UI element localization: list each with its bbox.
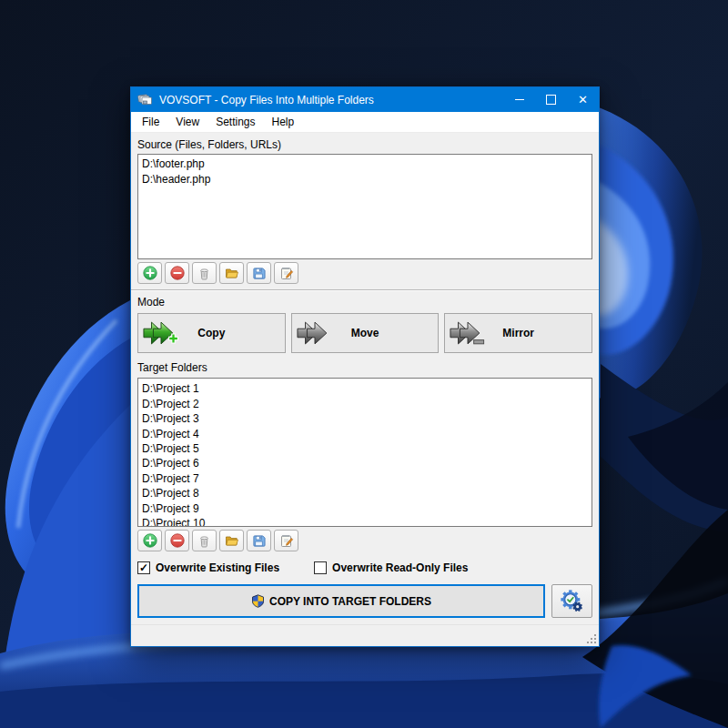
gear-clock-icon [560, 589, 584, 613]
minimize-icon [515, 99, 524, 100]
close-icon: ✕ [578, 94, 588, 106]
source-add-button[interactable] [137, 262, 162, 284]
menu-bar: File View Settings Help [131, 112, 599, 133]
target-folder-item[interactable]: D:\Project 6 [142, 456, 588, 470]
move-arrows-icon [297, 319, 333, 347]
close-button[interactable]: ✕ [567, 87, 599, 112]
mirror-arrows-icon [450, 319, 486, 347]
target-folder-item[interactable]: D:\Project 4 [142, 427, 588, 441]
status-bar [131, 624, 599, 646]
target-folder-item[interactable]: D:\Project 7 [142, 471, 588, 486]
source-line[interactable]: D:\footer.php [142, 157, 588, 172]
notepad-pencil-icon [279, 533, 294, 548]
minus-circle-icon [170, 266, 185, 280]
source-open-button[interactable] [219, 262, 244, 284]
mode-move-button[interactable]: Move [291, 313, 440, 353]
target-remove-button[interactable] [165, 530, 189, 551]
target-folder-item[interactable]: D:\Project 10 [142, 516, 588, 527]
minus-circle-icon [170, 533, 185, 548]
mode-mirror-label: Mirror [502, 327, 534, 339]
target-clear-button[interactable] [192, 530, 217, 551]
minimize-button[interactable] [503, 87, 535, 112]
mode-move-label: Move [351, 327, 379, 339]
target-folder-item[interactable]: D:\Project 8 [142, 486, 588, 500]
target-folder-item[interactable]: D:\Project 9 [142, 501, 588, 516]
maximize-icon [546, 95, 556, 105]
source-label: Source (Files, Folders, URLs) [137, 138, 592, 151]
checkmark-icon: ✓ [139, 562, 148, 573]
target-save-button[interactable] [247, 530, 271, 551]
mode-copy-label: Copy [197, 327, 225, 339]
target-add-button[interactable] [137, 530, 162, 551]
overwrite-existing-option[interactable]: ✓ Overwrite Existing Files [137, 561, 279, 574]
overwrite-readonly-option[interactable]: Overwrite Read-Only Files [314, 561, 468, 574]
mode-mirror-button[interactable]: Mirror [444, 313, 592, 353]
folder-open-icon [225, 533, 239, 548]
overwrite-existing-checkbox[interactable]: ✓ [137, 561, 150, 574]
overwrite-readonly-checkbox[interactable] [314, 561, 327, 574]
target-folder-item[interactable]: D:\Project 1 [142, 381, 588, 396]
resize-grip-icon[interactable] [585, 632, 597, 644]
trash-icon [197, 267, 211, 280]
target-folder-item[interactable]: D:\Project 2 [142, 397, 588, 411]
overwrite-readonly-label: Overwrite Read-Only Files [332, 561, 468, 574]
overwrite-existing-label: Overwrite Existing Files [156, 561, 279, 574]
copy-arrows-icon [143, 319, 179, 347]
copy-into-target-folders-button[interactable]: COPY INTO TARGET FOLDERS [137, 584, 545, 618]
notepad-pencil-icon [279, 266, 294, 280]
target-folders-label: Target Folders [137, 361, 592, 374]
target-folder-item[interactable]: D:\Project 3 [142, 411, 588, 426]
maximize-button[interactable] [535, 87, 567, 112]
target-folder-item[interactable]: D:\Project 5 [142, 441, 588, 456]
mode-label: Mode [137, 296, 592, 308]
folder-open-icon [225, 266, 239, 280]
app-copy-stack-icon [137, 93, 153, 106]
copy-into-target-folders-label: COPY INTO TARGET FOLDERS [269, 595, 431, 608]
source-line[interactable]: D:\header.php [142, 172, 588, 187]
title-bar[interactable]: VOVSOFT - Copy Files Into Multiple Folde… [131, 87, 599, 112]
client-area: Source (Files, Folders, URLs) D:\footer.… [131, 133, 599, 618]
trash-icon [197, 534, 211, 548]
source-list[interactable]: D:\footer.php D:\header.php [137, 154, 592, 259]
menu-settings[interactable]: Settings [207, 112, 263, 132]
app-window: VOVSOFT - Copy Files Into Multiple Folde… [130, 86, 600, 647]
menu-view[interactable]: View [167, 112, 207, 132]
uac-shield-icon [251, 594, 265, 608]
target-edit-button[interactable] [274, 530, 298, 551]
section-divider [131, 289, 599, 291]
menu-file[interactable]: File [134, 112, 167, 132]
mode-button-group: Copy Move M [137, 313, 592, 353]
source-save-button[interactable] [247, 262, 271, 284]
plus-circle-icon [143, 533, 157, 548]
target-open-button[interactable] [219, 530, 244, 551]
source-remove-button[interactable] [165, 262, 189, 284]
scheduler-settings-button[interactable] [551, 584, 592, 618]
target-toolbar [137, 530, 592, 551]
target-folders-list[interactable]: D:\Project 1 D:\Project 2 D:\Project 3 D… [137, 378, 592, 527]
plus-circle-icon [143, 266, 157, 280]
mode-copy-button[interactable]: Copy [137, 313, 286, 353]
window-title: VOVSOFT - Copy Files Into Multiple Folde… [159, 94, 374, 106]
source-toolbar [137, 262, 592, 284]
source-clear-button[interactable] [192, 262, 217, 284]
floppy-disk-icon [252, 534, 266, 548]
menu-help[interactable]: Help [264, 112, 303, 132]
action-row: COPY INTO TARGET FOLDERS [137, 584, 592, 618]
source-edit-button[interactable] [274, 262, 298, 284]
options-row: ✓ Overwrite Existing Files Overwrite Rea… [137, 561, 592, 574]
floppy-disk-icon [252, 267, 266, 280]
